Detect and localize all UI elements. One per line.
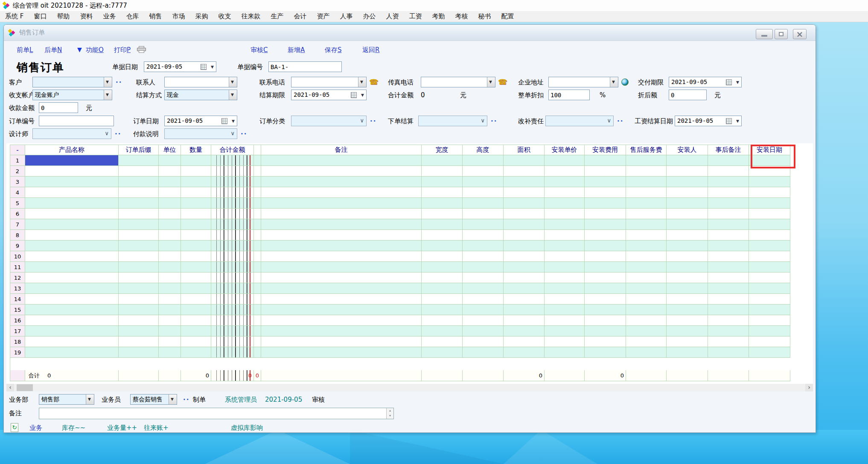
received-input[interactable] — [39, 102, 78, 113]
grid-cell[interactable] — [463, 230, 504, 241]
grid-row-number[interactable]: 9 — [10, 241, 25, 251]
menu-item[interactable]: 工资 — [409, 12, 422, 20]
grid-cell[interactable] — [25, 177, 119, 187]
grid-cell[interactable] — [422, 198, 463, 209]
grid-cell[interactable] — [585, 166, 626, 177]
rework-select[interactable] — [545, 116, 614, 126]
order-type-select[interactable] — [291, 116, 367, 126]
grid-cell[interactable] — [585, 347, 626, 358]
grid-cell[interactable] — [181, 251, 211, 262]
grid-cell[interactable] — [585, 262, 626, 273]
grid-cell[interactable] — [545, 198, 585, 209]
grid-cell[interactable] — [119, 304, 159, 315]
designer-select[interactable] — [32, 128, 111, 139]
grid-cell[interactable] — [667, 230, 708, 241]
grid-cell[interactable] — [261, 219, 422, 230]
grid-cell[interactable] — [254, 230, 261, 241]
grid-cell[interactable] — [749, 283, 790, 294]
grid-cell[interactable] — [545, 315, 585, 326]
grid-cell[interactable] — [504, 336, 545, 347]
grid-cell[interactable] — [261, 177, 422, 187]
grid-cell[interactable] — [422, 262, 463, 273]
grid-cell[interactable] — [119, 241, 159, 251]
grid-cell[interactable] — [585, 315, 626, 326]
fax-select[interactable] — [421, 77, 495, 87]
grid-cell[interactable] — [422, 304, 463, 315]
grid-cell[interactable] — [181, 315, 211, 326]
grid-cell[interactable] — [422, 347, 463, 358]
grid-cell[interactable] — [159, 187, 181, 198]
grid-cell[interactable] — [667, 347, 708, 358]
grid-cell[interactable] — [261, 347, 422, 358]
virtual-stock-link[interactable]: 虚拟库影响 — [231, 424, 263, 432]
menu-item[interactable]: 考核 — [455, 12, 468, 20]
grid-cell[interactable] — [545, 209, 585, 219]
menu-item[interactable]: 资产 — [317, 12, 329, 20]
grid-cell[interactable] — [504, 262, 545, 273]
grid-cell[interactable] — [708, 326, 749, 336]
grid-cell[interactable] — [422, 241, 463, 251]
grid-cell[interactable] — [708, 198, 749, 209]
grid-cell[interactable] — [667, 251, 708, 262]
dropdown-arrow-icon[interactable] — [229, 90, 237, 100]
settle-method-select[interactable]: 现金 — [164, 90, 237, 100]
grid-cell[interactable] — [708, 241, 749, 251]
address-select[interactable] — [548, 77, 618, 87]
order-type-more-button[interactable]: .. — [370, 116, 376, 123]
grid-cell[interactable] — [261, 336, 422, 347]
grid-cell[interactable] — [211, 155, 254, 166]
grid-cell[interactable] — [545, 177, 585, 187]
grid-cell[interactable] — [667, 326, 708, 336]
grid-row-number[interactable]: 13 — [10, 283, 25, 294]
grid-cell[interactable] — [159, 177, 181, 187]
menu-item[interactable]: 市场 — [172, 12, 185, 20]
grid-cell[interactable] — [585, 219, 626, 230]
grid-cell[interactable] — [25, 326, 119, 336]
grid-row-number[interactable]: 18 — [10, 336, 25, 347]
grid-cell[interactable] — [254, 187, 261, 198]
grid-cell[interactable] — [463, 273, 504, 283]
grid-cell[interactable] — [422, 177, 463, 187]
grid-row-number[interactable]: 5 — [10, 198, 25, 209]
grid-cell[interactable] — [667, 283, 708, 294]
grid-cell[interactable] — [159, 326, 181, 336]
volume-link[interactable]: 业务量++ — [107, 424, 137, 432]
grid-cell[interactable] — [25, 304, 119, 315]
customer-more-button[interactable]: .. — [116, 77, 122, 84]
dropdown-arrow-icon[interactable] — [86, 394, 94, 404]
grid-cell[interactable] — [211, 219, 254, 230]
grid-cell[interactable] — [667, 198, 708, 209]
grid-cell[interactable] — [463, 251, 504, 262]
grid-cell[interactable] — [667, 166, 708, 177]
grid-cell[interactable] — [626, 187, 667, 198]
grid-cell[interactable] — [119, 336, 159, 347]
grid-cell[interactable] — [181, 273, 211, 283]
grid-cell[interactable] — [463, 155, 504, 166]
grid-cell[interactable] — [463, 294, 504, 304]
rework-more-button[interactable]: .. — [617, 116, 623, 123]
grid-cell[interactable] — [25, 294, 119, 304]
grid-cell[interactable] — [261, 230, 422, 241]
scroll-left-button[interactable]: ‹ — [6, 384, 14, 392]
fax-phone-icon[interactable]: ☎ — [498, 78, 507, 86]
grid-cell[interactable] — [25, 315, 119, 326]
grid-cell[interactable] — [422, 209, 463, 219]
grid-cell[interactable] — [463, 198, 504, 209]
grid-cell[interactable] — [667, 273, 708, 283]
grid-cell[interactable] — [504, 294, 545, 304]
grid-cell[interactable] — [119, 347, 159, 358]
grid-cell[interactable] — [463, 177, 504, 187]
grid-cell[interactable] — [422, 166, 463, 177]
grid-cell[interactable] — [749, 347, 790, 358]
grid-cell[interactable] — [211, 294, 254, 304]
grid-cell[interactable] — [159, 219, 181, 230]
grid-cell[interactable] — [211, 273, 254, 283]
grid-cell[interactable] — [25, 198, 119, 209]
grid-cell[interactable] — [254, 251, 261, 262]
contact-select[interactable] — [164, 77, 237, 87]
grid-cell[interactable] — [585, 336, 626, 347]
save-button[interactable]: 保存S — [325, 46, 342, 54]
grid-cell[interactable] — [254, 304, 261, 315]
grid-cell[interactable] — [181, 155, 211, 166]
grid-cell[interactable] — [254, 177, 261, 187]
